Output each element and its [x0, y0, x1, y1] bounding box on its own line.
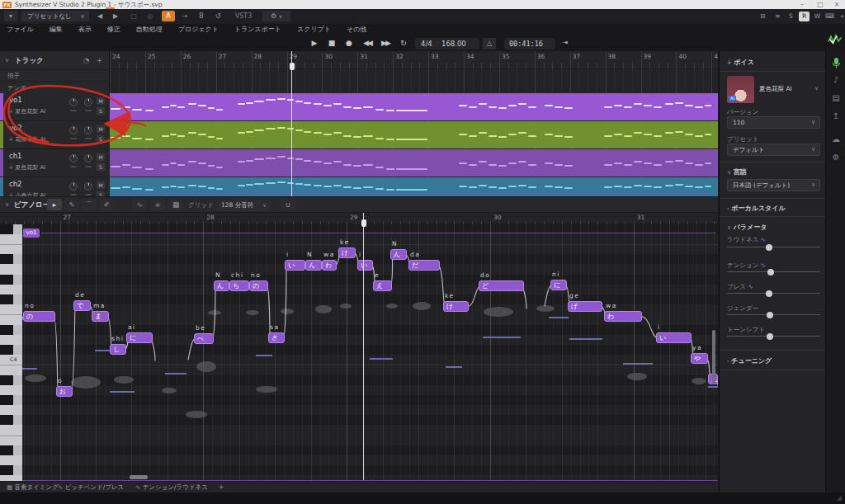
cloud-panel-icon[interactable]: ☁ — [826, 134, 845, 145]
menu-item-1[interactable]: 編集 — [50, 25, 63, 34]
note-4[interactable]: し — [110, 344, 126, 355]
notes-panel-icon[interactable]: ♪ — [826, 74, 845, 86]
menu-item-4[interactable]: 自動処理 — [136, 25, 163, 34]
daw-icon-⊟[interactable]: ⊟ — [758, 12, 768, 21]
vertical-scrollbar-thumb[interactable] — [712, 330, 715, 384]
record-button[interactable]: ● — [342, 37, 356, 49]
note-10[interactable]: さ — [268, 332, 285, 343]
clip-lane-ch2[interactable] — [110, 177, 718, 196]
note-12[interactable]: ん — [305, 260, 322, 271]
param-tab-1[interactable]: ∿ ピッチベンド/ブレス — [58, 482, 124, 493]
black-key[interactable] — [0, 224, 13, 234]
daw-icon-⌖[interactable]: ⌖ — [837, 12, 845, 21]
daw-icon-⌨[interactable]: ⌨ — [824, 12, 835, 21]
pitch-tool[interactable]: ∿ — [132, 199, 147, 210]
note-0[interactable]: の — [23, 311, 55, 322]
select-tool[interactable]: ▸ — [47, 199, 62, 210]
note-21[interactable]: に — [550, 280, 567, 290]
parameters-section-header[interactable]: ∨ パラメータ — [727, 223, 767, 232]
black-key[interactable] — [0, 415, 13, 425]
tuning-section-header[interactable]: › チューニング — [727, 356, 772, 365]
note-25[interactable]: や — [691, 353, 708, 364]
note-24[interactable]: い — [656, 332, 692, 343]
voice-name[interactable]: 夏色花梨 AI — [759, 85, 792, 93]
b-compare-button[interactable]: B — [195, 11, 208, 21]
plugin-settings-dropdown[interactable]: ⚙ ∨ — [262, 11, 290, 21]
play-button[interactable]: ▶ — [307, 37, 322, 49]
track-voice[interactable]: ⏚ 夏色花梨 AI — [9, 163, 67, 171]
volume-knob[interactable] — [84, 126, 92, 134]
tempo-row[interactable]: テンポ — [0, 82, 110, 94]
black-key[interactable] — [0, 294, 13, 304]
library-panel-icon[interactable]: ▤ — [826, 92, 845, 104]
clip-lane-ch1[interactable] — [110, 149, 718, 177]
daw-icon-S[interactable]: S — [786, 12, 796, 21]
vocal-style-section-header[interactable]: › ボーカルスタイル — [727, 204, 786, 213]
track-voice[interactable]: ⏚ 夏色花梨 AI — [9, 107, 67, 115]
metronome-icon[interactable]: △ — [483, 38, 496, 49]
black-key[interactable] — [0, 275, 13, 285]
pencil-tool[interactable]: ✎ — [64, 199, 79, 210]
daw-icon-R[interactable]: R — [799, 12, 810, 21]
next-preset-button[interactable]: ▶ — [109, 11, 122, 21]
save-icon[interactable]: ▢ — [127, 11, 140, 21]
param-slider-2[interactable] — [727, 293, 820, 294]
note-17[interactable]: ん — [390, 249, 407, 260]
menu-item-5[interactable]: プロジェクト — [178, 25, 219, 34]
chevron-down-icon[interactable]: ∨ — [5, 51, 9, 69]
daw-icon-≡[interactable]: ≡ — [772, 12, 783, 21]
param-slider-4[interactable] — [727, 336, 820, 337]
note-11[interactable]: い — [285, 260, 305, 271]
note-14[interactable]: け — [338, 247, 356, 258]
note-8[interactable]: ち — [229, 280, 249, 291]
note-18[interactable]: だ — [408, 260, 440, 271]
note-1[interactable]: お — [56, 386, 73, 397]
pen-tool[interactable]: ✐ — [99, 199, 114, 210]
voice-panel-icon[interactable] — [826, 58, 845, 69]
menu-item-6[interactable]: トランスポート — [234, 25, 281, 34]
undo-icon[interactable]: ↺ — [211, 11, 224, 21]
menu-item-8[interactable]: その他 — [347, 25, 366, 34]
menu-item-3[interactable]: 修正 — [107, 25, 120, 34]
phoneme-panel-button[interactable]: ▦ — [168, 199, 183, 210]
insert-mode-icon[interactable]: ⇥ — [558, 37, 573, 49]
param-slider-1[interactable] — [727, 271, 820, 272]
resize-handle[interactable]: ◢ — [837, 494, 842, 502]
clip-lane-vo1[interactable] — [110, 93, 718, 120]
note-23[interactable]: わ — [604, 311, 642, 322]
black-key[interactable] — [0, 254, 13, 264]
track-row-vo2[interactable]: vo2⏚ 花隈千冬 AIMS — [0, 121, 110, 149]
voice-preset-dropdown[interactable]: デフォルト∨ — [727, 144, 820, 156]
snap-toggle-button[interactable]: ∪ — [281, 199, 295, 210]
pan-knob[interactable] — [69, 126, 78, 134]
daw-icon-W[interactable]: W — [812, 12, 823, 21]
black-key[interactable] — [0, 375, 13, 385]
language-dropdown[interactable]: 日本語 (デフォルト)∨ — [727, 179, 820, 191]
solo-button[interactable]: S — [97, 163, 105, 171]
preset-dropdown[interactable]: プリセットなし ∨ — [21, 11, 89, 21]
voice-avatar[interactable]: AI — [727, 76, 754, 103]
black-key[interactable] — [0, 325, 13, 335]
arrangement-area[interactable]: 242526272829303132333435363738394041 — [110, 51, 718, 196]
mute-button[interactable]: M — [97, 125, 105, 133]
settings-panel-icon[interactable]: ⚙ — [826, 152, 845, 163]
loop-button[interactable]: ↻ — [396, 37, 411, 49]
tempo-value[interactable]: 168.00 — [441, 38, 466, 49]
arc-tool[interactable]: ⌒ — [82, 199, 97, 210]
mute-button[interactable]: M — [97, 153, 105, 161]
note-13[interactable]: わ — [322, 260, 337, 271]
track-row-vo1[interactable]: vo1⏚ 夏色花梨 AIMS — [0, 93, 110, 121]
close-button[interactable]: × — [830, 0, 843, 9]
mute-button[interactable]: M — [97, 181, 105, 189]
param-slider-0[interactable] — [727, 247, 820, 247]
menu-item-2[interactable]: 表示 — [78, 25, 92, 34]
track-voice[interactable]: ⏚ 花隈千冬 AI — [9, 135, 67, 143]
time-signature-row[interactable]: 拍子 — [0, 69, 110, 82]
slider-thumb[interactable] — [767, 333, 773, 340]
slider-thumb[interactable] — [766, 290, 772, 297]
black-key[interactable] — [0, 345, 13, 355]
group-tag-vo1[interactable]: vo1 — [23, 228, 40, 238]
slider-thumb[interactable] — [767, 312, 773, 318]
stop-button[interactable]: ■ — [324, 37, 339, 49]
horizontal-scrollbar-thumb[interactable] — [130, 475, 148, 479]
